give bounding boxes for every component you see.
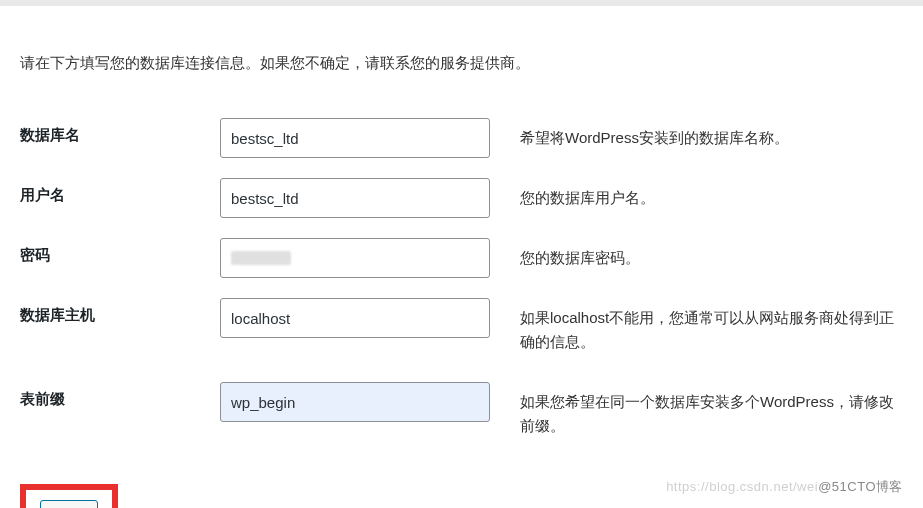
desc-prefix: 如果您希望在同一个数据库安装多个WordPress，请修改前缀。 <box>520 372 903 456</box>
input-dbhost[interactable] <box>220 298 490 338</box>
row-dbname: 数据库名 希望将WordPress安装到的数据库名称。 <box>20 108 903 168</box>
desc-dbname: 希望将WordPress安装到的数据库名称。 <box>520 108 903 168</box>
watermark-right: @51CTO博客 <box>818 479 903 494</box>
watermark: https://blog.csdn.net/wei@51CTO博客 <box>666 478 903 496</box>
row-prefix: 表前缀 如果您希望在同一个数据库安装多个WordPress，请修改前缀。 <box>20 372 903 456</box>
label-dbhost: 数据库主机 <box>20 288 220 372</box>
row-dbhost: 数据库主机 如果localhost不能用，您通常可以从网站服务商处得到正确的信息… <box>20 288 903 372</box>
submit-button[interactable]: 提交 <box>40 500 98 508</box>
desc-dbhost: 如果localhost不能用，您通常可以从网站服务商处得到正确的信息。 <box>520 288 903 372</box>
password-mask <box>231 251 291 265</box>
row-password: 密码 您的数据库密码。 <box>20 228 903 288</box>
setup-form-container: 请在下方填写您的数据库连接信息。如果您不确定，请联系您的服务提供商。 数据库名 … <box>0 6 923 508</box>
input-password[interactable] <box>220 238 490 278</box>
label-username: 用户名 <box>20 168 220 228</box>
label-prefix: 表前缀 <box>20 372 220 456</box>
input-username[interactable] <box>220 178 490 218</box>
watermark-left: https://blog.csdn.net/wei <box>666 479 818 494</box>
label-dbname: 数据库名 <box>20 108 220 168</box>
input-dbname[interactable] <box>220 118 490 158</box>
label-password: 密码 <box>20 228 220 288</box>
db-config-table: 数据库名 希望将WordPress安装到的数据库名称。 用户名 您的数据库用户名… <box>20 108 903 456</box>
desc-username: 您的数据库用户名。 <box>520 168 903 228</box>
intro-text: 请在下方填写您的数据库连接信息。如果您不确定，请联系您的服务提供商。 <box>20 54 903 73</box>
submit-highlight-box: 提交 <box>20 484 118 508</box>
input-prefix[interactable] <box>220 382 490 422</box>
desc-password: 您的数据库密码。 <box>520 228 903 288</box>
row-username: 用户名 您的数据库用户名。 <box>20 168 903 228</box>
